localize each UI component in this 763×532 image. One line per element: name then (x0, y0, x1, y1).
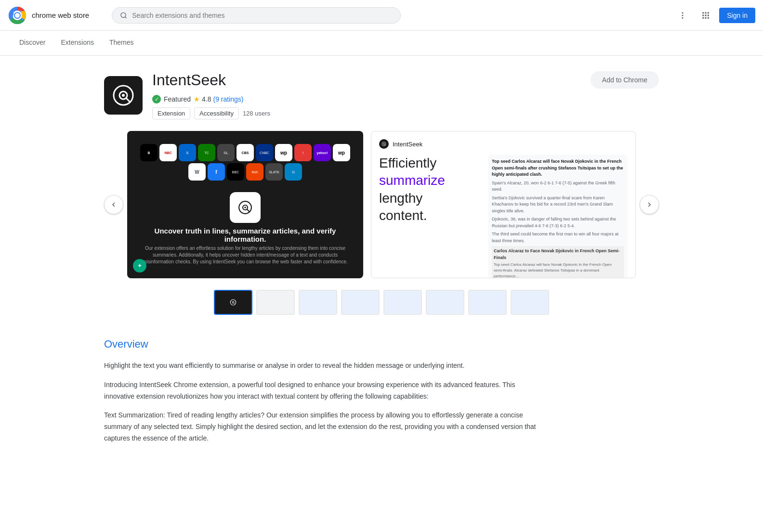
headline-highlight: summarize (379, 173, 445, 188)
extension-header: IntentSeek ✓ Featured ★ 4.8 (9 ratings) … (104, 71, 659, 119)
rating: ★ 4.8 (9 ratings) (194, 95, 244, 103)
yahoo-logo: yahoo! (314, 144, 331, 161)
thumbnail-1[interactable] (214, 290, 252, 315)
accessibility-tag: Accessibility (194, 107, 239, 119)
svg-rect-16 (705, 17, 707, 18)
thumbnail-7[interactable] (468, 290, 507, 315)
nav-item-themes[interactable]: Themes (102, 31, 142, 55)
fb-logo: f (208, 163, 225, 181)
carousel-next-button[interactable] (640, 195, 659, 214)
header-right: Sign in (673, 6, 755, 25)
apps-icon (701, 11, 710, 20)
nav-item-extensions[interactable]: Extensions (53, 31, 101, 55)
svg-rect-17 (708, 17, 709, 18)
scr1-title: Uncover truth in lines, summarize articl… (137, 227, 354, 243)
apps-button[interactable] (696, 6, 715, 25)
slate-logo: SL (217, 144, 235, 161)
thumbnail-6[interactable] (426, 290, 464, 315)
overview-title: Overview (104, 338, 538, 350)
logo-area: chrome web store (8, 6, 104, 25)
extension-icon (104, 76, 143, 115)
screenshot-1: B NBC S TC SL CBS CNBC wp ↑ yahoo! wp W … (127, 131, 363, 278)
svg-rect-10 (705, 12, 707, 13)
svg-line-31 (234, 303, 235, 304)
scr2-logo-icon (381, 141, 387, 147)
cbs-logo: CBS (237, 144, 254, 161)
thumbnail-3[interactable] (299, 290, 337, 315)
scr2-popup-title: Carlos Alcaraz to Face Novak Djokovic in… (494, 248, 622, 261)
search-bar[interactable] (112, 7, 401, 24)
ratings-link[interactable]: (9 ratings) (213, 95, 244, 103)
thumbnail-8[interactable] (511, 290, 549, 315)
search-icon (120, 12, 127, 19)
add-to-chrome-button[interactable]: Add to Chrome (591, 71, 659, 89)
scr2-headline: Efficiently summarize lengthy content. (379, 155, 480, 225)
tags-row: Extension Accessibility 128 users (152, 107, 270, 119)
startups-logo: S (179, 144, 196, 161)
chrome-logo-icon (8, 6, 27, 25)
featured-label: Featured (164, 95, 191, 103)
featured-icon: ✓ (152, 95, 161, 104)
thumbnail-5[interactable] (383, 290, 422, 315)
nav-item-discover[interactable]: Discover (12, 31, 53, 55)
svg-point-3 (15, 13, 20, 18)
scr2-content: Efficiently summarize lengthy content. T… (379, 155, 628, 278)
thumbnail-4[interactable] (341, 290, 380, 315)
scr2-header-label: IntentSeek (393, 141, 422, 148)
svg-rect-15 (702, 17, 704, 18)
screenshot-2: IntentSeek Efficiently summarize lengthy… (371, 131, 636, 278)
wp-logo-1: wp (275, 144, 292, 161)
extension-meta: ✓ Featured ★ 4.8 (9 ratings) Extension A… (152, 95, 270, 119)
carousel-prev-button[interactable] (104, 195, 123, 214)
wp-logo-2: wp (333, 144, 350, 161)
svg-point-4 (121, 13, 126, 17)
thumb1-icon (228, 298, 238, 307)
main-nav: Discover Extensions Themes (0, 31, 763, 56)
svg-line-20 (127, 99, 130, 102)
scr2-para-1: Spain's Alcaraz, 20, won 6-2 6-1 7-6 (7-… (492, 180, 624, 193)
bbc-logo: BBC (227, 163, 244, 181)
svg-rect-14 (708, 14, 709, 16)
star-icon: ★ (194, 95, 200, 103)
scr2-right: Top seed Carlos Alcaraz will face Novak … (488, 155, 628, 278)
scr2-left: Efficiently summarize lengthy content. (379, 155, 480, 278)
scr2-para-3: Djokovic, 36, was in danger of falling t… (492, 216, 624, 229)
more-options-button[interactable] (673, 6, 692, 25)
svg-point-25 (244, 207, 246, 208)
rating-value: 4.8 (202, 95, 211, 103)
svg-rect-9 (702, 12, 704, 13)
chevron-left-icon (110, 201, 118, 208)
bloomberg-logo: B (140, 144, 158, 161)
scr2-para-2: Serbia's Djokovic survived a quarter-fin… (492, 195, 624, 215)
thumbnail-2[interactable] (256, 290, 295, 315)
headline-line1: Efficiently (379, 156, 436, 170)
wiki-logo: W (188, 163, 206, 181)
guardian-logo: G (285, 163, 302, 181)
search-input[interactable] (132, 12, 393, 19)
logo-text: chrome web store (32, 11, 89, 19)
thumbnails-row (104, 290, 659, 315)
overview-para-1: Highlight the text you want efficiently … (104, 360, 538, 372)
svg-rect-11 (708, 12, 709, 13)
extension-info: IntentSeek ✓ Featured ★ 4.8 (9 ratings) … (152, 71, 270, 119)
more-vert-icon (678, 11, 687, 20)
svg-line-28 (384, 144, 385, 145)
mashable-logo: Msh (246, 163, 263, 181)
header: chrome web store Sign in (0, 0, 763, 31)
svg-point-7 (682, 14, 684, 16)
scr1-logos: B NBC S TC SL CBS CNBC wp ↑ yahoo! wp W … (137, 144, 354, 181)
featured-badge: ✓ Featured ★ 4.8 (9 ratings) (152, 95, 270, 104)
overview-para-3: Text Summarization: Tired of reading len… (104, 410, 538, 444)
chevron-right-icon (645, 201, 653, 208)
scr2-header: IntentSeek (379, 139, 628, 149)
arrow-logo: ↑ (294, 144, 312, 161)
scr1-subtitle: Our extension offers an effortless solut… (137, 245, 354, 265)
overview-section: Overview Highlight the text you want eff… (104, 338, 538, 444)
scr2-article-title: Top seed Carlos Alcaraz will face Novak … (492, 158, 624, 178)
sign-in-button[interactable]: Sign in (719, 8, 755, 23)
extension-title-area: IntentSeek ✓ Featured ★ 4.8 (9 ratings) … (104, 71, 270, 119)
type-tag: Extension (152, 107, 190, 119)
scr2-popup: Carlos Alcaraz to Face Novak Djokovic in… (492, 246, 624, 278)
svg-point-8 (682, 17, 684, 18)
svg-line-5 (125, 16, 127, 18)
